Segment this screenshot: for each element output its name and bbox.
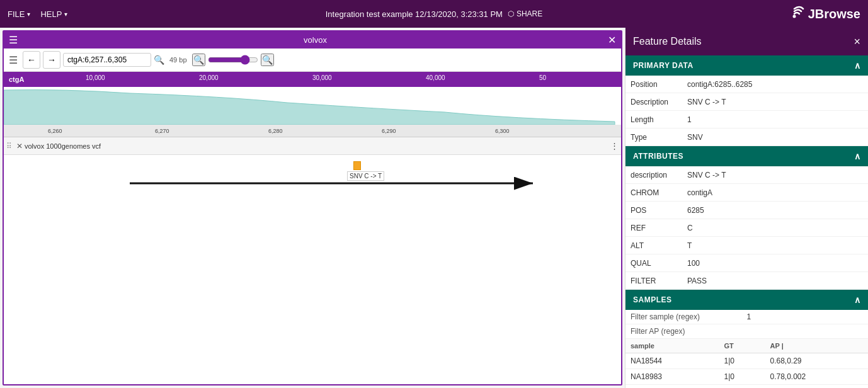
zoom-out-icon[interactable]: 🔍 — [192, 54, 205, 66]
track-drag-handle-icon[interactable]: ⠿ — [6, 142, 12, 151]
filter-gt-input[interactable] — [747, 312, 864, 321]
genome-window-title: volvox — [23, 35, 608, 45]
track-close-button[interactable]: ✕ — [14, 141, 25, 151]
file-menu[interactable]: FILE ▾ — [8, 9, 30, 19]
share-button[interactable]: ⬡ SHARE — [508, 9, 542, 18]
sample-na18544: NA18544 — [625, 353, 719, 369]
nav-forward-button[interactable]: → — [43, 51, 60, 69]
ap-na18983: 0.78,0.002 — [765, 369, 868, 385]
sample-na18983: NA18983 — [625, 369, 719, 385]
search-button[interactable]: 🔍 — [154, 55, 164, 65]
gt-col-header: GT — [719, 339, 765, 353]
attr-row-alt: ALT T — [625, 237, 868, 254]
ruler-tick-4: 40,000 — [426, 74, 445, 81]
top-bar-left: FILE ▾ HELP ▾ — [8, 9, 67, 19]
primary-data-row-position: Position contigA:6285..6285 — [625, 76, 868, 93]
primary-data-row-length: Length 1 — [625, 111, 868, 128]
filter-gt-label: Filter sample (regex) — [631, 312, 747, 321]
primary-data-section-label: PRIMARY DATA — [633, 61, 694, 70]
ap-col-header: AP | — [765, 339, 868, 353]
svg-point-0 — [792, 15, 796, 18]
samples-chevron-icon: ∧ — [854, 295, 861, 305]
share-label: SHARE — [517, 9, 542, 18]
sample-table: sample GT AP | NA18544 1|0 0.68,0.29 NA1… — [625, 339, 868, 388]
ruler-tick-2: 20,000 — [199, 74, 219, 81]
genome-window: ☰ volvox ✕ ☰ ← → 🔍 49 bp 🔍 🔍 — [3, 30, 622, 385]
mini-tick-4: 6,290 — [382, 128, 396, 134]
track-menu-button[interactable]: ⋮ — [610, 141, 619, 151]
ruler-tick-1: 10,000 — [86, 74, 105, 81]
right-panel: Feature Details × PRIMARY DATA ∧ Positio… — [625, 28, 868, 388]
help-menu-label: HELP — [40, 9, 62, 19]
filter-ap-row: Filter AP (regex) — [625, 324, 868, 339]
snv-marker[interactable] — [353, 161, 361, 170]
chromosome-ruler: ctgA 10,000 20,000 30,000 40,000 50 — [4, 72, 621, 87]
primary-data-chevron-icon: ∧ — [854, 60, 861, 71]
session-title: Integration test example 12/13/2020, 3:2… — [326, 9, 503, 19]
nav-back-button[interactable]: ← — [23, 51, 40, 69]
zoom-slider[interactable] — [208, 55, 258, 65]
main-content: ☰ volvox ✕ ☰ ← → 🔍 49 bp 🔍 🔍 — [0, 28, 868, 388]
help-menu-caret: ▾ — [64, 11, 67, 18]
primary-data-row-description: Description SNV C -> T — [625, 93, 868, 111]
primary-data-rows: Position contigA:6285..6285 Description … — [625, 76, 868, 146]
ruler-tick-5: 50 — [539, 74, 546, 81]
file-menu-label: FILE — [8, 9, 25, 19]
gt-na19075: 1|0 — [719, 385, 765, 389]
filter-ap-label: Filter AP (regex) — [631, 327, 747, 336]
col-resize-handle[interactable]: | — [782, 342, 784, 350]
sample-col-header: sample — [625, 339, 719, 353]
top-bar-right: JBrowse — [784, 4, 860, 24]
big-arrow-annotation — [4, 168, 571, 199]
sample-table-body: NA18544 1|0 0.68,0.29 NA18983 1|0 0.78,0… — [625, 353, 868, 389]
mini-tick-5: 6,300 — [495, 128, 510, 134]
detail-track: SNV C -> T — [4, 155, 621, 205]
attr-row-filter: FILTER PASS — [625, 272, 868, 290]
attr-row-pos: POS 6285 — [625, 202, 868, 219]
samples-section-label: SAMPLES — [633, 295, 672, 304]
help-menu[interactable]: HELP ▾ — [40, 9, 67, 19]
sample-table-header-row: sample GT AP | — [625, 339, 868, 353]
zoom-in-icon[interactable]: 🔍 — [261, 54, 274, 66]
attributes-section-label: ATTRIBUTES — [633, 152, 683, 161]
ap-na18544: 0.68,0.29 — [765, 353, 868, 369]
primary-data-row-type: Type SNV — [625, 128, 868, 146]
jbrowse-logo: JBrowse — [784, 4, 860, 24]
sample-row-na18983: NA18983 1|0 0.78,0.002 — [625, 369, 868, 385]
sample-row-na18544: NA18544 1|0 0.68,0.29 — [625, 353, 868, 369]
mini-ruler: 6,260 6,270 6,280 6,290 6,300 — [4, 125, 621, 137]
samples-section-header[interactable]: SAMPLES ∧ — [625, 290, 868, 310]
location-input[interactable] — [63, 53, 151, 67]
genome-toolbar: ☰ ← → 🔍 49 bp 🔍 🔍 — [4, 48, 621, 72]
mini-tick-2: 6,270 — [155, 128, 169, 134]
attr-row-qual: QUAL 100 — [625, 254, 868, 272]
feature-details-close-button[interactable]: × — [854, 35, 860, 48]
left-panel: ☰ volvox ✕ ☰ ← → 🔍 49 bp 🔍 🔍 — [0, 28, 625, 388]
gt-na18983: 1|0 — [719, 369, 765, 385]
top-bar: FILE ▾ HELP ▾ Integration test example 1… — [0, 0, 868, 28]
gt-na18544: 1|0 — [719, 353, 765, 369]
primary-data-section-header[interactable]: PRIMARY DATA ∧ — [625, 55, 868, 76]
mini-tick-1: 6,260 — [48, 128, 62, 134]
mini-tick-3: 6,280 — [268, 128, 283, 134]
overview-track — [4, 87, 621, 125]
filter-ap-input[interactable] — [747, 327, 864, 336]
track-area: ctgA 10,000 20,000 30,000 40,000 50 — [4, 72, 621, 384]
feature-details-header: Feature Details × — [625, 28, 868, 55]
snv-label: SNV C -> T — [347, 171, 384, 181]
zoom-slider-container — [208, 55, 258, 65]
sample-row-na19075: NA19075 1|0 0.78,0.052 — [625, 385, 868, 389]
ap-na19075: 0.78,0.052 — [765, 385, 868, 389]
jbrowse-logo-icon — [784, 4, 804, 24]
list-icon[interactable]: ☰ — [9, 54, 18, 66]
overview-curve-svg — [4, 87, 621, 125]
track-label-area: ⠿ ✕ volvox 1000genomes vcf ⋮ — [4, 137, 621, 155]
attributes-rows: description SNV C -> T CHROM contigA POS… — [625, 166, 868, 290]
session-title-area: Integration test example 12/13/2020, 3:2… — [326, 9, 542, 19]
hamburger-icon[interactable]: ☰ — [9, 34, 18, 46]
genome-window-close-icon[interactable]: ✕ — [608, 34, 616, 46]
jbrowse-logo-text: JBrowse — [808, 7, 860, 21]
filter-gt-row: Filter sample (regex) — [625, 310, 868, 324]
attributes-section-header[interactable]: ATTRIBUTES ∧ — [625, 146, 868, 166]
attr-row-chrom: CHROM contigA — [625, 184, 868, 202]
